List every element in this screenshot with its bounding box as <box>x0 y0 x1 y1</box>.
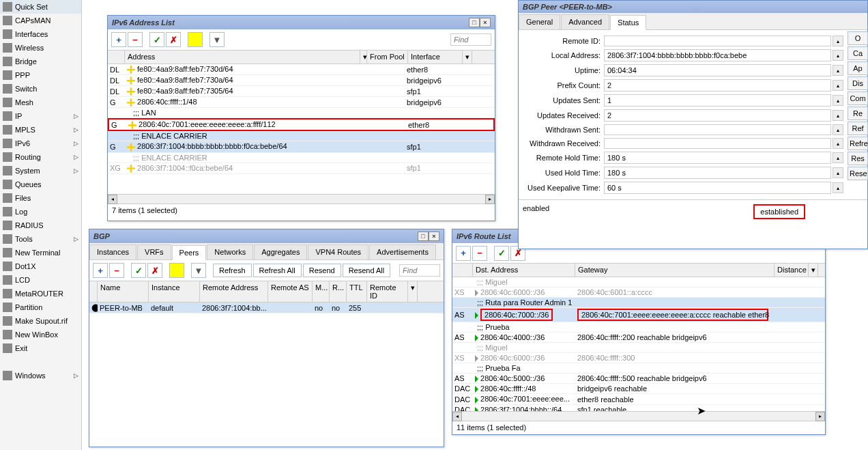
dialog-button[interactable]: Re <box>848 107 868 120</box>
table-row[interactable]: DL fe80::4aa9:8aff:feb7:730d/64ether8 <box>108 64 495 75</box>
tab[interactable]: Networks <box>207 244 253 259</box>
refresh-all-button[interactable]: Refresh All <box>253 264 302 277</box>
sidebar-item[interactable]: Wireless <box>0 41 81 55</box>
comment-row[interactable]: ;;; ENLACE CARRIER <box>108 153 495 163</box>
table-row[interactable]: G 2806:40c:ffff::1/48bridgeipv6 <box>108 97 495 108</box>
field-up-button[interactable]: ▴ <box>833 80 843 91</box>
comment-row[interactable]: ;;; Miguel <box>452 343 825 353</box>
col-distance[interactable]: Distance <box>775 264 809 277</box>
hscrollbar[interactable]: ◂▸ <box>452 411 825 421</box>
table-row[interactable]: XS 2806:40c:6000::/362806:40c:ffff::300 <box>452 353 825 363</box>
hscrollbar[interactable]: ◂▸ <box>108 194 495 203</box>
sidebar-item[interactable]: Bridge <box>0 55 81 68</box>
disable-button[interactable]: ✗ <box>147 263 162 278</box>
window-title-bar[interactable]: IPv6 Address List □ × <box>108 16 495 29</box>
col-dropdown[interactable]: ▾ <box>360 51 367 64</box>
sidebar-item[interactable]: Partition <box>0 300 81 314</box>
window-close-button[interactable]: × <box>480 18 491 27</box>
table-row[interactable]: AS 2806:40c:7000::/362806:40c:7001:eeee:… <box>452 308 825 322</box>
table-row[interactable]: XG 2806:3f7:1004::f0ca:bebe/64sfp1 <box>108 163 495 174</box>
window-max-button[interactable]: □ <box>418 231 429 241</box>
field-up-button[interactable]: ▴ <box>833 182 843 193</box>
table-row[interactable]: DL fe80::4aa9:8aff:feb7:730a/64bridgeipv… <box>108 75 495 86</box>
table-row[interactable]: AS 2806:40c:4000::/362806:40c:ffff::200 … <box>452 333 825 343</box>
sidebar-item[interactable]: Files <box>0 191 81 205</box>
col-more[interactable]: ▾ <box>809 264 818 277</box>
remove-button[interactable]: − <box>128 32 143 47</box>
sidebar-item[interactable]: IP▷ <box>0 109 81 123</box>
table-row[interactable]: DL fe80::4aa9:8aff:feb7:7305/64sfp1 <box>108 86 495 97</box>
sidebar-item[interactable]: New Terminal <box>0 246 81 259</box>
add-button[interactable]: + <box>111 32 126 47</box>
find-input[interactable] <box>450 33 491 46</box>
window-max-button[interactable]: □ <box>469 18 480 27</box>
sidebar-item[interactable]: MPLS▷ <box>0 123 81 137</box>
sidebar-item[interactable]: Quick Set <box>0 0 81 14</box>
dialog-button[interactable]: Com <box>848 92 868 105</box>
table-row[interactable]: G 2806:3f7:1004:bbbb:bbbb:bbbb:f0ca:bebe… <box>108 141 495 152</box>
window-title-bar[interactable]: BGP □× <box>89 229 444 243</box>
col-more[interactable]: ▾ <box>408 281 418 302</box>
col-remote-address[interactable]: Remote Address <box>200 281 268 302</box>
disable-button[interactable]: ✗ <box>166 32 181 47</box>
field-up-button[interactable]: ▴ <box>833 65 843 76</box>
col-from-pool[interactable]: From Pool <box>367 51 408 64</box>
tab[interactable]: Instances <box>89 244 136 259</box>
comment-row[interactable]: ;;; Prueba Fa <box>452 363 825 374</box>
dialog-button[interactable]: Ap <box>848 61 868 75</box>
sidebar-item[interactable]: RADIUS <box>0 219 81 232</box>
comment-button[interactable] <box>169 263 184 278</box>
field-up-button[interactable]: ▴ <box>833 95 843 106</box>
sidebar-item[interactable]: Mesh <box>0 96 81 109</box>
tab[interactable]: VRFs <box>137 244 171 259</box>
sidebar-item[interactable]: Exit <box>0 341 81 355</box>
sidebar-item[interactable]: CAPsMAN <box>0 14 81 27</box>
dialog-button[interactable]: Rese <box>848 167 868 180</box>
find-input[interactable] <box>399 264 440 277</box>
col-instance[interactable]: Instance <box>149 281 200 302</box>
dialog-button[interactable]: Refre <box>848 137 868 150</box>
tab[interactable]: Aggregates <box>254 244 307 259</box>
table-row[interactable]: ⬤PEER-to-MBdefault2806:3f7:1004:bb...non… <box>89 303 444 313</box>
comment-row[interactable]: ;;; ENLACE CARRIER <box>108 131 495 141</box>
col-dst-address[interactable]: Dst. Address <box>473 264 575 277</box>
resend-all-button[interactable]: Resend All <box>343 264 391 277</box>
refresh-button[interactable]: Refresh <box>213 264 252 277</box>
tab[interactable]: Advanced <box>561 14 609 29</box>
sidebar-item[interactable]: PPP <box>0 68 81 82</box>
dialog-button[interactable]: Dis <box>848 76 868 90</box>
table-row[interactable]: DAC 2806:40c:ffff::/48bridgeipv6 reachab… <box>452 384 825 394</box>
tab[interactable]: Status <box>610 15 646 30</box>
resend-button[interactable]: Resend <box>303 264 341 277</box>
sidebar-item[interactable]: MetaROUTER <box>0 287 81 300</box>
enable-button[interactable]: ✓ <box>149 32 164 47</box>
sidebar-item[interactable]: Interfaces <box>0 27 81 41</box>
sidebar-item[interactable]: Dot1X <box>0 259 81 273</box>
window-close-button[interactable]: × <box>429 231 439 241</box>
dialog-button[interactable]: O <box>848 31 868 45</box>
remove-button[interactable]: − <box>109 263 124 278</box>
sidebar-item[interactable]: Tools▷ <box>0 232 81 246</box>
sidebar-item[interactable]: IPv6▷ <box>0 137 81 150</box>
field-up-button[interactable]: ▴ <box>833 110 843 121</box>
tab[interactable]: Peers <box>172 245 207 260</box>
field-up-button[interactable]: ▴ <box>833 36 843 46</box>
add-button[interactable]: + <box>93 263 108 278</box>
dialog-button[interactable]: Ca <box>848 46 868 60</box>
add-button[interactable]: + <box>456 246 471 261</box>
comment-button[interactable] <box>188 32 203 47</box>
sidebar-item[interactable]: System▷ <box>0 164 81 178</box>
tab[interactable]: Advertisements <box>369 244 436 259</box>
field-up-button[interactable]: ▴ <box>833 167 843 178</box>
col-name[interactable]: Name <box>98 281 149 302</box>
sidebar-item[interactable]: Log <box>0 205 81 219</box>
col-m[interactable]: M... <box>313 281 330 302</box>
window-title-bar[interactable]: BGP Peer <PEER-to-MB> <box>519 1 867 13</box>
remove-button[interactable]: − <box>472 246 487 261</box>
table-row[interactable]: AS 2806:40c:5000::/362806:40c:ffff::500 … <box>452 374 825 384</box>
col-gateway[interactable]: Gateway <box>575 264 775 277</box>
tab[interactable]: General <box>519 14 560 29</box>
comment-row[interactable]: ;;; Miguel <box>452 277 825 287</box>
comment-row[interactable]: ;;; LAN <box>108 108 495 118</box>
col-address[interactable]: Address <box>125 51 360 64</box>
